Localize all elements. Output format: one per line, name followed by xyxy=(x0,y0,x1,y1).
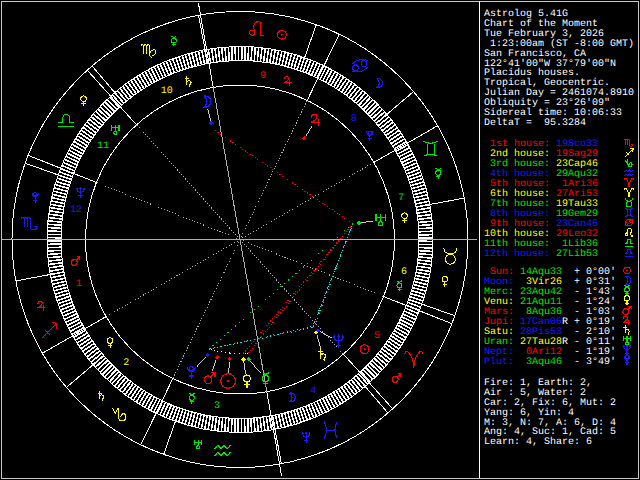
svg-text:- 3°49': - 3°49' xyxy=(574,356,616,368)
svg-text:3Aqu46: 3Aqu46 xyxy=(526,357,562,368)
svg-text:R: R xyxy=(562,337,568,348)
svg-text:7: 7 xyxy=(398,193,404,204)
svg-text:9: 9 xyxy=(260,71,266,82)
svg-text:Learn: 4, Share: 6: Learn: 4, Share: 6 xyxy=(484,436,592,448)
svg-text:DeltaT = 95.3284: DeltaT = 95.3284 xyxy=(484,117,586,129)
svg-text:6: 6 xyxy=(401,267,407,278)
svg-text:Plut:: Plut: xyxy=(484,356,514,368)
svg-text:R: R xyxy=(562,317,568,328)
svg-text:1: 1 xyxy=(76,279,82,290)
svg-text:5: 5 xyxy=(374,331,380,342)
svg-text:11: 11 xyxy=(97,141,109,152)
svg-text:27Lib53: 27Lib53 xyxy=(556,248,598,260)
svg-text:2: 2 xyxy=(123,358,129,369)
svg-text:12: 12 xyxy=(70,205,82,216)
svg-text:10: 10 xyxy=(161,86,173,97)
svg-text:3: 3 xyxy=(214,401,220,412)
svg-text:8: 8 xyxy=(351,114,357,125)
svg-text:12th house:: 12th house: xyxy=(484,248,550,260)
svg-text:4: 4 xyxy=(310,386,316,397)
